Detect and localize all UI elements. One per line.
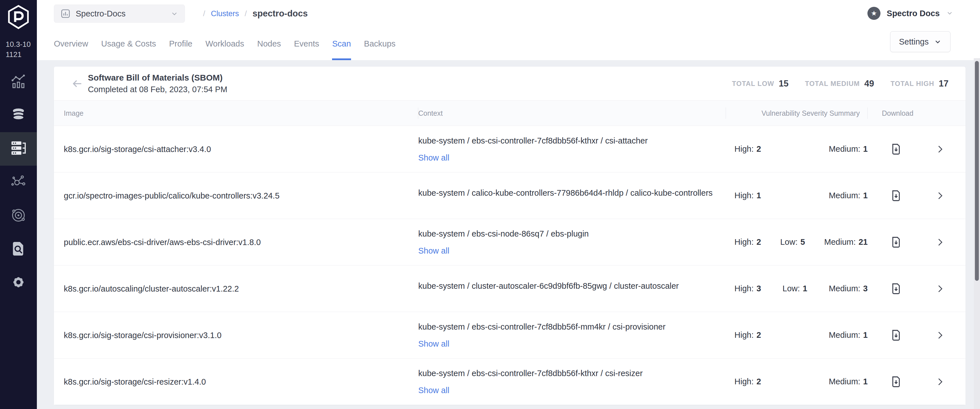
severity-low: Low:5 — [780, 237, 805, 247]
download-file-icon[interactable] — [889, 375, 903, 388]
total-medium-label: TOTAL MEDIUM — [805, 80, 860, 88]
tab-events[interactable]: Events — [294, 27, 319, 60]
project-selector-label: Spectro-Docs — [76, 9, 170, 18]
sidebar-item-workspaces[interactable] — [0, 199, 37, 232]
table-row[interactable]: gcr.io/spectro-images-public/calico/kube… — [54, 172, 966, 219]
breadcrumb-link-clusters[interactable]: Clusters — [211, 10, 239, 18]
download-file-icon[interactable] — [889, 282, 903, 295]
context-cell: kube-system / ebs-csi-node-86sq7 / ebs-p… — [418, 221, 726, 264]
show-all-link[interactable]: Show all — [418, 152, 714, 163]
document-search-icon — [10, 240, 27, 259]
tab-nodes[interactable]: Nodes — [257, 27, 281, 60]
chevron-right-icon[interactable] — [935, 190, 945, 201]
download-file-icon[interactable] — [889, 143, 903, 156]
sidebar-item-audit-logs[interactable] — [0, 232, 37, 266]
palette-logo[interactable] — [0, 0, 37, 34]
image-name: k8s.gcr.io/sig-storage/csi-provisioner:v… — [64, 329, 418, 341]
severity-high: High:1 — [735, 191, 761, 200]
total-high-label: TOTAL HIGH — [891, 80, 934, 88]
total-low: TOTAL LOW 15 — [732, 79, 788, 89]
severity-medium: Medium:3 — [829, 284, 868, 293]
severity-high: High:2 — [735, 330, 761, 340]
tab-workloads[interactable]: Workloads — [205, 27, 244, 60]
download-file-icon[interactable] — [889, 329, 903, 342]
chevron-down-icon — [946, 10, 954, 17]
layers-icon — [10, 106, 27, 125]
severity-high: High:2 — [735, 144, 761, 154]
sidebar-item-profiles[interactable] — [0, 99, 37, 132]
severity-medium: Medium:1 — [829, 191, 868, 200]
tab-usage-costs[interactable]: Usage & Costs — [101, 27, 156, 60]
severity-high: High:2 — [735, 377, 761, 386]
severity-high: High:3 — [735, 284, 761, 293]
chevron-right-icon[interactable] — [935, 330, 945, 341]
sidebar-item-overview[interactable] — [0, 65, 37, 99]
table-row[interactable]: public.ecr.aws/ebs-csi-driver/aws-ebs-cs… — [54, 219, 966, 265]
sbom-completed-at: Completed at 08 Feb, 2023, 07:54 PM — [88, 85, 228, 94]
chevron-right-icon[interactable] — [935, 237, 945, 248]
project-selector[interactable]: Spectro-Docs — [54, 5, 185, 23]
sbom-titles: Software Bill of Materials (SBOM) Comple… — [88, 73, 228, 94]
tab-scan[interactable]: Scan — [332, 27, 351, 60]
tab-backups[interactable]: Backups — [364, 27, 396, 60]
settings-button[interactable]: Settings — [890, 31, 950, 52]
user-menu[interactable]: ★ Spectro Docs — [867, 7, 954, 20]
download-file-icon[interactable] — [889, 189, 903, 202]
chevron-right-icon[interactable] — [935, 144, 945, 154]
severity-summary: High:2 Medium:1 — [726, 330, 868, 340]
image-name: public.ecr.aws/ebs-csi-driver/aws-ebs-cs… — [64, 237, 418, 248]
context-cell: kube-system / calico-kube-controllers-77… — [418, 180, 726, 212]
settings-button-label: Settings — [899, 37, 929, 46]
table-row[interactable]: k8s.gcr.io/sig-storage/csi-provisioner:v… — [54, 312, 966, 358]
breadcrumb-separator: / — [245, 9, 247, 18]
sidebar-item-settings[interactable] — [0, 266, 37, 299]
table-row[interactable]: k8s.gcr.io/autoscaling/cluster-autoscale… — [54, 265, 966, 312]
version-label: 10.3-101121 — [0, 34, 37, 60]
row-expand-cell — [924, 237, 956, 248]
download-cell — [868, 189, 924, 202]
severity-high: High:2 — [735, 237, 761, 247]
download-cell — [868, 143, 924, 156]
context-cell: kube-system / cluster-autoscaler-6c9d9bf… — [418, 273, 726, 305]
context-text: kube-system / calico-kube-controllers-77… — [418, 187, 714, 199]
severity-low — [794, 191, 796, 200]
show-all-link[interactable]: Show all — [418, 338, 714, 349]
scrollbar-thumb[interactable] — [975, 61, 979, 281]
header: Spectro-Docs / Clusters / spectro-docs ★… — [37, 0, 980, 60]
sbom-card: Software Bill of Materials (SBOM) Comple… — [54, 67, 966, 405]
column-header-download: Download — [868, 101, 924, 126]
image-name: k8s.gcr.io/autoscaling/cluster-autoscale… — [64, 283, 418, 294]
severity-low — [794, 330, 796, 340]
user-menu-label: Spectro Docs — [887, 9, 940, 18]
sidebar-item-clusters[interactable] — [0, 132, 37, 166]
show-all-link[interactable]: Show all — [418, 245, 714, 256]
breadcrumb-current: spectro-docs — [253, 8, 308, 19]
sbom-card-header: Software Bill of Materials (SBOM) Comple… — [54, 67, 966, 101]
sidebar-item-cluster-groups[interactable] — [0, 166, 37, 199]
context-text: kube-system / ebs-csi-controller-7cf8dbb… — [418, 368, 714, 379]
total-medium: TOTAL MEDIUM 49 — [805, 79, 874, 89]
download-file-icon[interactable] — [889, 236, 903, 249]
bar-chart-icon — [60, 8, 71, 19]
row-expand-cell — [924, 144, 956, 154]
sbom-title: Software Bill of Materials (SBOM) — [88, 73, 228, 83]
back-button[interactable] — [71, 78, 83, 90]
scrollbar-track[interactable] — [974, 58, 980, 409]
download-cell — [868, 375, 924, 388]
show-all-link[interactable]: Show all — [418, 385, 714, 396]
severity-medium: Medium:1 — [829, 144, 868, 154]
orbit-icon — [10, 207, 27, 225]
tab-overview[interactable]: Overview — [54, 27, 88, 60]
total-medium-value: 49 — [864, 79, 874, 89]
table-row[interactable]: k8s.gcr.io/sig-storage/csi-attacher:v3.4… — [54, 126, 966, 172]
row-expand-cell — [924, 283, 956, 294]
context-text: kube-system / ebs-csi-controller-7cf8dbb… — [418, 135, 714, 146]
download-cell — [868, 329, 924, 342]
gear-icon — [10, 274, 27, 292]
chevron-right-icon[interactable] — [935, 376, 945, 387]
chevron-right-icon[interactable] — [935, 283, 945, 294]
chevron-down-icon — [170, 10, 178, 18]
cluster-tabs: Overview Usage & Costs Profile Workloads… — [54, 27, 396, 60]
table-row[interactable]: k8s.gcr.io/sig-storage/csi-resizer:v1.4.… — [54, 358, 966, 405]
tab-profile[interactable]: Profile — [169, 27, 192, 60]
